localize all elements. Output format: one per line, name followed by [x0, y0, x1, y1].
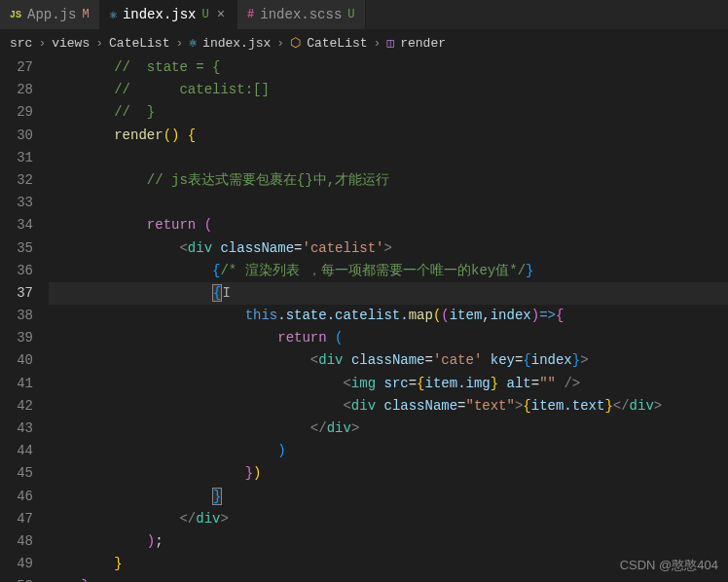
bc-item[interactable]: CateList: [307, 36, 367, 51]
bc-item[interactable]: src: [10, 36, 32, 51]
line-number: 46: [0, 486, 33, 508]
untracked-badge: U: [202, 8, 209, 21]
tab-label: App.js: [27, 7, 76, 22]
line-number: 41: [0, 373, 33, 395]
line-number: 47: [0, 508, 33, 530]
modified-badge: M: [82, 8, 89, 21]
editor-tabs: JS App.js M ⚛ index.jsx U × # index.scss…: [0, 0, 728, 29]
watermark: CSDN @憨憨404: [620, 557, 718, 574]
method-icon: ◫: [386, 35, 394, 51]
bc-item[interactable]: CateList: [109, 36, 169, 51]
line-number: 37: [0, 282, 33, 305]
tab-index-scss[interactable]: # index.scss U: [237, 0, 365, 29]
line-numbers-gutter: 2728293031323334353637383940414243444546…: [0, 56, 49, 582]
class-icon: ⬡: [290, 35, 301, 51]
breadcrumb[interactable]: src › views › CateList › ⚛ index.jsx › ⬡…: [0, 29, 728, 56]
chevron-right-icon: ›: [374, 36, 382, 51]
line-number: 28: [0, 79, 33, 101]
line-number: 27: [0, 56, 33, 79]
line-number: 33: [0, 192, 33, 214]
tab-label: index.jsx: [123, 7, 197, 22]
line-number: 30: [0, 125, 33, 147]
line-number: 29: [0, 101, 33, 124]
close-icon[interactable]: ×: [215, 7, 227, 22]
bc-item[interactable]: views: [52, 36, 90, 51]
tab-index-jsx[interactable]: ⚛ index.jsx U ×: [100, 0, 237, 29]
code-editor[interactable]: 2728293031323334353637383940414243444546…: [0, 56, 728, 582]
js-icon: JS: [10, 10, 21, 20]
line-number: 50: [0, 575, 33, 582]
line-number: 40: [0, 349, 33, 372]
line-number: 32: [0, 169, 33, 192]
line-number: 35: [0, 237, 33, 260]
line-number: 36: [0, 260, 33, 282]
react-icon: ⚛: [110, 8, 117, 22]
line-number: 31: [0, 147, 33, 169]
line-number: 38: [0, 305, 33, 327]
react-icon: ⚛: [189, 35, 197, 51]
tab-label: index.scss: [260, 7, 342, 22]
line-number: 42: [0, 395, 33, 418]
bc-item[interactable]: render: [400, 36, 446, 51]
line-number: 43: [0, 418, 33, 440]
line-number: 48: [0, 530, 33, 553]
line-number: 49: [0, 553, 33, 575]
chevron-right-icon: ›: [175, 36, 183, 51]
chevron-right-icon: ›: [276, 36, 284, 51]
chevron-right-icon: ›: [95, 36, 103, 51]
line-number: 39: [0, 327, 33, 349]
line-number: 34: [0, 214, 33, 236]
chevron-right-icon: ›: [38, 36, 46, 51]
untracked-badge: U: [347, 8, 354, 21]
code-area[interactable]: // state = { // catelist:[] // } render(…: [49, 56, 728, 582]
scss-icon: #: [247, 8, 254, 21]
tab-app-js[interactable]: JS App.js M: [0, 0, 100, 29]
line-number: 44: [0, 440, 33, 462]
bc-item[interactable]: index.jsx: [202, 36, 271, 51]
line-number: 45: [0, 462, 33, 485]
